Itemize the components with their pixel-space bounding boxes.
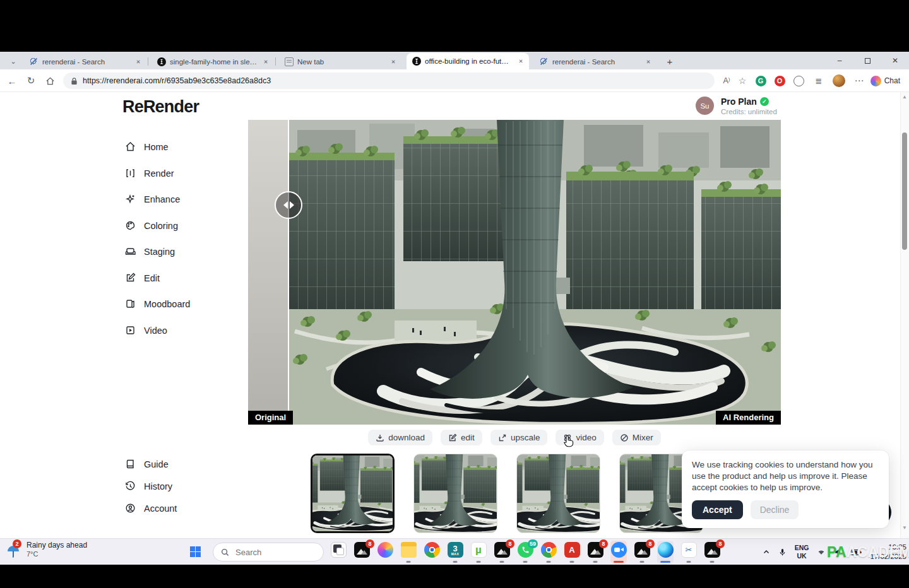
taskbar-app-zoom[interactable]	[610, 541, 627, 563]
read-aloud-icon[interactable]: A)	[718, 73, 735, 89]
copilot-chat-button[interactable]: Chat	[864, 72, 906, 90]
page-scrollbar[interactable]: ▲ ▼	[900, 92, 909, 538]
thumbnail-3[interactable]	[516, 454, 600, 533]
sidebar-item-home[interactable]: Home	[125, 141, 169, 152]
tab-close-icon[interactable]	[644, 57, 653, 66]
tab-office-building-active[interactable]: office-building in eco-futurism - R	[407, 53, 529, 69]
tray-chevron-icon[interactable]	[763, 548, 770, 556]
taskbar-app-photo[interactable]: 8	[704, 541, 720, 563]
profile-avatar[interactable]	[831, 73, 847, 89]
window-maximize-button[interactable]	[853, 52, 881, 69]
taskbar-app-whatsapp[interactable]: 59	[517, 541, 533, 563]
sidebar-item-moodboard[interactable]: Moodboard	[125, 298, 190, 309]
slider-right-arrow-icon	[290, 201, 294, 209]
search-favicon	[540, 57, 549, 66]
search-input[interactable]	[234, 547, 304, 558]
tab-search-dropdown-button[interactable]: ⌄	[5, 54, 21, 69]
tab-close-icon[interactable]	[389, 57, 398, 66]
download-button[interactable]: download	[368, 430, 432, 445]
taskbar-app-acrobat[interactable]	[564, 541, 580, 563]
tab-rerenderai-search-1[interactable]: rerenderai - Search	[24, 54, 146, 69]
cookie-consent-dialog: We use tracking cookies to understand ho…	[682, 450, 889, 528]
zoom-icon	[611, 542, 627, 558]
page-favicon	[285, 57, 294, 66]
sidebar-item-staging[interactable]: Staging	[125, 246, 175, 257]
tab-close-icon[interactable]	[261, 57, 270, 66]
comparison-divider[interactable]	[288, 120, 289, 425]
taskbar-app-copilot[interactable]	[377, 541, 393, 563]
rerender-page: ReRender Su Pro Plan ✓ Credits: unlimite…	[0, 92, 909, 538]
umbrella-icon: 2	[6, 541, 21, 560]
taskbar-app-chrome[interactable]	[424, 541, 440, 563]
weather-widget[interactable]: 2 Rainy days ahead 7°C	[6, 541, 87, 560]
sidebar-item-render[interactable]: Render	[125, 168, 174, 179]
home-button[interactable]	[42, 73, 58, 89]
start-button[interactable]	[190, 546, 201, 557]
window-close-button[interactable]: ✕	[881, 52, 909, 69]
comparison-slider-handle[interactable]	[275, 191, 302, 219]
tab-title: New tab	[297, 58, 385, 66]
taskbar-app-snipping-tool[interactable]	[680, 541, 697, 563]
red-o-extension-icon[interactable]: O	[771, 73, 788, 89]
tab-close-icon[interactable]	[516, 57, 525, 66]
plan-box[interactable]: Su Pro Plan ✓ Credits: unlimited	[696, 97, 777, 115]
extension-icon[interactable]	[790, 73, 807, 89]
sidebar-item-video[interactable]: Video	[125, 325, 167, 336]
sidebar-item-enhance[interactable]: Enhance	[125, 194, 180, 204]
taskbar-apps: 8 3 MAX 8 59 8 8 8	[330, 541, 720, 563]
new-tab-button[interactable]: +	[662, 54, 678, 69]
sidebar-label: Staging	[144, 247, 175, 257]
rerender-logo[interactable]: ReRender	[122, 97, 199, 117]
mixer-button[interactable]: Mixer	[612, 430, 661, 445]
task-view-icon	[331, 542, 347, 558]
taskbar-app-utorrent[interactable]	[470, 541, 487, 563]
maximize-icon	[865, 58, 870, 64]
back-button[interactable]: ←	[4, 73, 20, 89]
taskbar-search[interactable]	[213, 543, 324, 562]
taskbar-app-edge[interactable]	[657, 541, 674, 563]
browser-tab-strip: ⌄ rerenderai - Search single-family-home…	[0, 52, 909, 69]
window-minimize-button[interactable]: –	[826, 52, 853, 69]
sidebar-label: Moodboard	[144, 299, 190, 309]
taskbar-app-photo[interactable]: 8	[587, 541, 603, 563]
microphone-icon[interactable]	[778, 548, 787, 556]
sidebar-item-account[interactable]: Account	[125, 503, 177, 514]
language-indicator[interactable]: ENG UK	[795, 544, 809, 560]
scroll-up-arrow[interactable]: ▲	[902, 94, 907, 100]
taskbar-app-task-view[interactable]	[330, 541, 347, 563]
sofa-icon	[125, 246, 136, 257]
sidebar-item-coloring[interactable]: Coloring	[125, 220, 178, 231]
upscale-button[interactable]: upscale	[490, 430, 548, 445]
thumbnail-2[interactable]	[413, 454, 497, 533]
collections-icon[interactable]: ≣	[811, 73, 827, 89]
grammarly-extension-icon[interactable]: G	[752, 73, 769, 89]
sidebar-item-history[interactable]: History	[125, 481, 172, 491]
taskbar-app-3ds-max[interactable]: 3 MAX	[447, 541, 463, 563]
tab-rerenderai-search-2[interactable]: rerenderai - Search	[534, 54, 656, 69]
taskbar-app-file-explorer[interactable]	[400, 541, 417, 563]
cookie-decline-button[interactable]: Decline	[751, 500, 799, 519]
favorite-star-icon[interactable]: ☆	[734, 73, 751, 89]
tab-close-icon[interactable]	[134, 57, 143, 66]
tab-new-tab[interactable]: New tab	[279, 54, 401, 69]
thumbnail-1-selected[interactable]	[311, 454, 395, 533]
refresh-button[interactable]: ↻	[23, 73, 39, 89]
address-bar[interactable]: https://rerenderai.com/r/6935ab9e3c635e8…	[63, 73, 715, 89]
sidebar-item-guide[interactable]: Guide	[125, 459, 169, 469]
taskbar-app-photo[interactable]: 8	[354, 541, 370, 563]
taskbar-app-photo[interactable]: 8	[494, 541, 510, 563]
tab-single-family-home[interactable]: single-family-home in sleek-intern	[152, 54, 274, 69]
scroll-down-arrow[interactable]: ▼	[902, 525, 907, 531]
user-avatar[interactable]: Su	[696, 97, 714, 115]
wifi-icon[interactable]	[817, 548, 826, 556]
sidebar-item-edit[interactable]: Edit	[125, 273, 160, 283]
cookie-accept-button[interactable]: Accept	[692, 500, 743, 519]
scrollbar-thumb[interactable]	[902, 132, 907, 250]
taskbar-app-chrome-profile[interactable]	[540, 541, 557, 563]
taskbar-app-photo[interactable]: 8	[634, 541, 650, 563]
cards-icon	[125, 298, 136, 309]
edit-button[interactable]: edit	[441, 430, 482, 445]
ai-rendering-label: AI Rendering	[716, 411, 781, 425]
edit-icon	[448, 433, 457, 442]
tab-title: rerenderai - Search	[42, 58, 130, 66]
